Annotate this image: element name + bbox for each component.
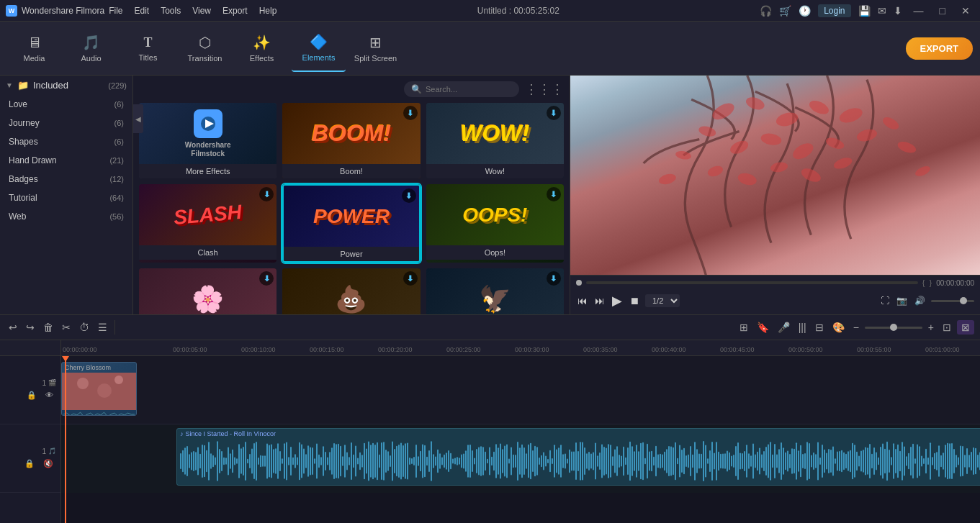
search-bar[interactable]: 🔍	[404, 81, 519, 97]
close-button[interactable]: ✕	[957, 4, 974, 18]
delete-button[interactable]: 🗑	[40, 320, 56, 335]
silence-detect-button[interactable]: |||	[796, 320, 809, 335]
download-clash-icon[interactable]: ⬇	[259, 187, 274, 201]
download-eagle-icon[interactable]: ⬇	[547, 271, 561, 286]
more-button[interactable]: ☰	[95, 320, 110, 335]
maximize-button[interactable]: □	[935, 4, 950, 18]
menu-view[interactable]: View	[192, 6, 211, 16]
marker-button[interactable]: 🔖	[754, 320, 772, 335]
svg-rect-142	[428, 450, 430, 472]
download-icon[interactable]: ⬇	[894, 5, 902, 17]
toolbar-split-screen[interactable]: ⊞ Split Screen	[349, 25, 403, 72]
video-clip-cherry-blossom[interactable]: Cherry Blossom	[61, 362, 137, 416]
sidebar-item-journey[interactable]: Journey (6)	[0, 114, 132, 132]
menu-help[interactable]: Help	[259, 6, 277, 16]
save-icon[interactable]: 💾	[858, 5, 871, 17]
message-icon[interactable]: ✉	[878, 5, 886, 17]
redo-button[interactable]: ↪	[23, 320, 37, 335]
zoom-slider[interactable]	[865, 327, 922, 329]
speed-button[interactable]: ⏱	[76, 320, 92, 335]
lock-video-button[interactable]: 🔒	[24, 389, 40, 401]
playback-speed-select[interactable]: 1/2 1/4 1/2 1 2	[645, 294, 680, 307]
minimize-button[interactable]: —	[909, 4, 928, 18]
fit-button[interactable]: ⊡	[940, 320, 954, 335]
search-input[interactable]	[426, 85, 512, 94]
download-brown-icon[interactable]: ⬇	[403, 271, 418, 286]
cart-icon[interactable]: 🛒	[779, 5, 791, 17]
menu-export[interactable]: Export	[222, 6, 248, 16]
toolbar-audio[interactable]: 🎵 Audio	[64, 25, 118, 72]
snap-button[interactable]: ⊞	[737, 320, 751, 335]
login-button[interactable]: Login	[818, 4, 850, 17]
download-boom-icon[interactable]: ⬇	[403, 106, 418, 120]
media-card-boom[interactable]: BOOM! ⬇ Boom!	[282, 103, 420, 178]
power-text: POWER	[313, 205, 390, 228]
menu-file[interactable]: File	[109, 6, 122, 16]
media-card-pink[interactable]: 🌸 ⬇	[139, 268, 277, 314]
svg-rect-228	[614, 450, 616, 473]
menu-tools[interactable]: Tools	[161, 6, 181, 16]
zoom-out-button[interactable]: −	[850, 320, 862, 335]
play-button[interactable]: ▶	[611, 291, 624, 310]
cut-button[interactable]: ✂	[59, 320, 73, 335]
toolbar-titles[interactable]: T Titles	[121, 25, 175, 72]
mute-audio-button[interactable]: 🔇	[40, 458, 56, 470]
fullscreen-button[interactable]: ⛶	[879, 294, 891, 307]
color-button[interactable]: 🎨	[830, 320, 848, 335]
media-card-oops[interactable]: OOPS! ⬇ Oops!	[426, 184, 564, 263]
media-card-brown[interactable]: 💩 ⬇	[282, 268, 420, 314]
clock-icon[interactable]: 🕐	[799, 5, 811, 17]
media-card-wow[interactable]: WOW! ⬇ Wow!	[426, 103, 564, 178]
sidebar-item-tutorial[interactable]: Tutorial (64)	[0, 188, 132, 207]
download-pink-icon[interactable]: ⬇	[259, 271, 274, 286]
menu-bar[interactable]: File Edit Tools View Export Help	[109, 6, 277, 16]
menu-edit[interactable]: Edit	[135, 6, 150, 16]
undo-button[interactable]: ↩	[6, 320, 20, 335]
bracket-close-icon[interactable]: }	[929, 278, 932, 287]
download-power-icon[interactable]: ⬇	[402, 188, 416, 203]
download-wow-icon[interactable]: ⬇	[547, 106, 561, 120]
headset-icon[interactable]: 🎧	[760, 5, 772, 17]
audio-clip-song[interactable]: ♪ Since I Started - Roll In Vinocor	[176, 428, 980, 486]
bracket-open-icon[interactable]: {	[922, 278, 925, 287]
prev-frame-button[interactable]: ⏮	[576, 294, 589, 308]
sidebar-item-hand-drawn[interactable]: Hand Drawn (21)	[0, 151, 132, 170]
eye-video-button[interactable]: 👁	[42, 389, 56, 401]
timeline-thumb[interactable]	[576, 280, 582, 286]
video-track[interactable]: Cherry Blossom	[61, 356, 980, 424]
sidebar-included-header[interactable]: ▼ 📁 Included (229)	[0, 76, 132, 95]
audio-track[interactable]: ♪ Since I Started - Roll In Vinocor	[61, 424, 980, 493]
media-card-clash[interactable]: SLASH ⬇ Clash	[139, 184, 277, 263]
stop-button[interactable]: ⏹	[628, 294, 641, 308]
grid-options-icon[interactable]: ⋮⋮⋮	[525, 81, 564, 97]
media-card-eagle[interactable]: 🦅 ⬇	[426, 268, 564, 314]
timeline-toolbar-right: ⊞ 🔖 🎤 ||| ⊟ 🎨 − + ⊡ ⊠	[737, 320, 974, 335]
export-button[interactable]: EXPORT	[906, 37, 973, 60]
media-card-filmstock[interactable]: WondershareFilmstock More Effects	[139, 103, 277, 178]
media-card-power[interactable]: POWER ⬇ Power	[282, 184, 420, 263]
svg-rect-303	[776, 455, 778, 468]
sidebar-item-web[interactable]: Web (56)	[0, 207, 132, 226]
lock-audio-button[interactable]: 🔒	[22, 458, 37, 470]
toolbar-elements[interactable]: 🔷 Elements	[292, 25, 346, 72]
snapshot-button[interactable]: 📷	[895, 294, 909, 307]
download-oops-icon[interactable]: ⬇	[547, 187, 561, 201]
volume-button[interactable]: 🔊	[913, 294, 927, 307]
split-audio-button[interactable]: ⊟	[812, 320, 827, 335]
step-back-button[interactable]: ⏭	[593, 294, 606, 308]
transition-icon: ⬡	[199, 34, 211, 51]
toolbar-effects[interactable]: ✨ Effects	[235, 25, 289, 72]
svg-rect-162	[472, 450, 473, 472]
svg-rect-286	[740, 453, 741, 470]
sidebar-collapse-button[interactable]: ◀	[133, 104, 143, 133]
sidebar-item-shapes[interactable]: Shapes (6)	[0, 132, 132, 151]
preview-progress-bar[interactable]	[586, 281, 918, 284]
toolbar-media[interactable]: 🖥 Media	[7, 25, 61, 72]
sidebar-item-love[interactable]: Love (6)	[0, 95, 132, 114]
voiceover-button[interactable]: 🎤	[775, 320, 793, 335]
fullscreen-timeline-button[interactable]: ⊠	[957, 320, 974, 335]
volume-slider[interactable]	[931, 300, 974, 302]
zoom-in-button[interactable]: +	[925, 320, 937, 335]
toolbar-transition[interactable]: ⬡ Transition	[178, 25, 232, 72]
sidebar-item-badges[interactable]: Badges (12)	[0, 170, 132, 188]
